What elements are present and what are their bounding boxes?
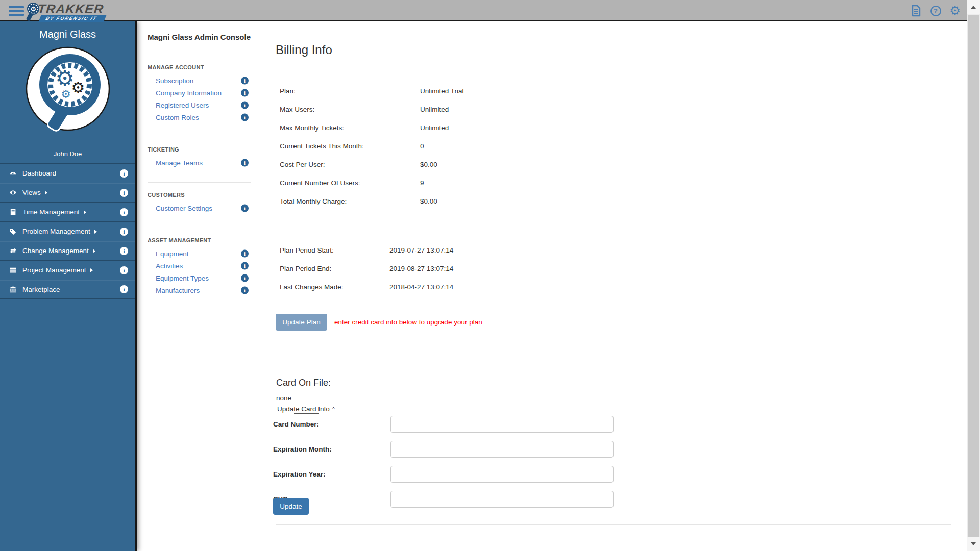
scroll-down-button[interactable] — [967, 537, 980, 551]
info-icon[interactable] — [241, 102, 249, 109]
sidebar-item-label: Time Management — [22, 208, 80, 216]
admin-link-row: Equipment — [148, 247, 251, 260]
info-icon[interactable] — [120, 228, 128, 236]
workspace-title: Magni Glass — [0, 29, 135, 40]
divider — [276, 232, 951, 232]
sidebar-item-label: Views — [22, 189, 41, 196]
link-manage-teams[interactable]: Manage Teams — [156, 159, 203, 167]
sidebar-item-time-management[interactable]: Time Management — [0, 202, 135, 221]
billing-row-label: Cost Per User: — [280, 161, 325, 168]
caret-right-icon — [90, 268, 93, 272]
hamburger-menu-icon[interactable] — [9, 6, 24, 16]
sidebar-item-marketplace[interactable]: Marketplace — [0, 280, 135, 299]
update-button[interactable]: Update — [273, 498, 309, 515]
gauge-icon — [9, 169, 18, 178]
info-icon[interactable] — [241, 250, 249, 258]
info-icon[interactable] — [120, 208, 128, 216]
company-avatar[interactable]: ⚙ ⚙ ⚙ — [25, 46, 111, 132]
eye-icon — [9, 189, 18, 197]
expiration-year-label: Expiration Year: — [273, 470, 326, 478]
expiration-year-input[interactable] — [390, 466, 614, 483]
tasks-icon — [9, 266, 18, 274]
info-icon[interactable] — [241, 77, 249, 85]
sidebar-item-views[interactable]: Views — [0, 183, 135, 202]
info-icon[interactable] — [120, 266, 128, 274]
section-heading-customers: CUSTOMERS — [148, 192, 251, 198]
page-title: Billing Info — [276, 43, 332, 57]
scrollbar-thumb[interactable] — [968, 15, 979, 537]
sidebar-item-dashboard[interactable]: Dashboard — [0, 163, 135, 183]
info-icon[interactable] — [120, 247, 128, 255]
vertical-scrollbar[interactable] — [967, 0, 980, 551]
main-sidebar: Magni Glass ⚙ ⚙ ⚙ John Doe Dashboard Vie… — [0, 21, 137, 551]
card-number-input[interactable] — [390, 416, 614, 433]
info-icon[interactable] — [241, 287, 249, 294]
admin-link-row: Equipment Types — [148, 272, 251, 284]
admin-link-row: Customer Settings — [148, 202, 251, 214]
admin-link-row: Manufacturers — [148, 284, 251, 296]
tags-icon — [9, 228, 18, 236]
divider — [148, 182, 251, 183]
sidebar-item-project-management[interactable]: Project Management — [0, 260, 135, 280]
info-icon[interactable] — [120, 285, 128, 293]
admin-link-row: Manage Teams — [148, 157, 251, 169]
gear-icon[interactable] — [948, 4, 962, 17]
scroll-up-button[interactable] — [967, 0, 980, 14]
cvc-input[interactable] — [390, 491, 614, 508]
billing-row-value: Unlimited — [420, 106, 449, 113]
link-custom-roles[interactable]: Custom Roles — [156, 114, 199, 121]
collapse-caret-icon — [331, 406, 336, 412]
update-card-info-label[interactable]: Update Card Info — [277, 405, 330, 413]
link-manufacturers[interactable]: Manufacturers — [156, 287, 200, 294]
period-row-value: 2019-07-27 13:07:14 — [389, 246, 453, 254]
update-plan-button[interactable]: Update Plan — [276, 314, 327, 331]
period-row-value: 2018-04-27 13:07:14 — [389, 283, 453, 291]
divider — [276, 69, 951, 69]
sidebar-item-label: Project Management — [22, 266, 86, 274]
sidebar-item-problem-management[interactable]: Problem Management — [0, 221, 135, 241]
caret-right-icon — [84, 210, 86, 214]
billing-row-value: Unlimited Trial — [420, 87, 464, 95]
update-card-info-link[interactable]: Update Card Info — [276, 404, 337, 414]
period-row-label: Plan Period Start: — [280, 246, 334, 254]
document-icon[interactable] — [910, 4, 923, 17]
link-company-information[interactable]: Company Information — [156, 89, 222, 97]
expiration-month-input[interactable] — [390, 441, 614, 458]
help-icon[interactable] — [929, 4, 942, 17]
info-icon[interactable] — [241, 274, 249, 282]
billing-row-label: Plan: — [280, 87, 296, 95]
svg-text:⚙: ⚙ — [71, 79, 85, 96]
link-activities[interactable]: Activities — [156, 262, 183, 270]
link-equipment[interactable]: Equipment — [156, 250, 189, 258]
info-icon[interactable] — [241, 262, 249, 270]
divider — [148, 55, 251, 55]
svg-text:⚙: ⚙ — [30, 5, 36, 13]
info-icon[interactable] — [241, 89, 249, 97]
brand-subtitle: BY FORENSIC IT — [38, 15, 107, 22]
link-subscription[interactable]: Subscription — [156, 77, 193, 85]
divider — [276, 348, 951, 348]
info-icon[interactable] — [120, 169, 128, 178]
sidebar-item-label: Problem Management — [22, 228, 90, 235]
link-customer-settings[interactable]: Customer Settings — [156, 205, 212, 212]
info-icon[interactable] — [241, 159, 249, 167]
info-icon[interactable] — [120, 189, 128, 197]
info-icon[interactable] — [241, 114, 249, 121]
billing-row-label: Max Users: — [280, 106, 314, 113]
sidebar-nav: Dashboard Views Time Management Problem … — [0, 163, 135, 299]
billing-row-value: 0 — [420, 142, 424, 150]
billing-row-label: Current Number Of Users: — [280, 179, 360, 187]
sidebar-item-change-management[interactable]: Change Management — [0, 241, 135, 260]
admin-console-title: Magni Glass Admin Console — [148, 33, 251, 41]
admin-link-row: Subscription — [148, 74, 251, 87]
billing-row-value: 9 — [420, 179, 424, 187]
billing-row-label: Current Tickets This Month: — [280, 142, 364, 150]
caret-right-icon — [93, 249, 95, 253]
admin-sidebar: Magni Glass Admin Console MANAGE ACCOUNT… — [138, 21, 260, 551]
link-registered-users[interactable]: Registered Users — [156, 102, 209, 109]
divider — [276, 524, 951, 525]
info-icon[interactable] — [241, 205, 249, 212]
period-row-label: Plan Period End: — [280, 265, 331, 272]
link-equipment-types[interactable]: Equipment Types — [156, 274, 209, 282]
period-row-label: Last Changes Made: — [280, 283, 344, 291]
